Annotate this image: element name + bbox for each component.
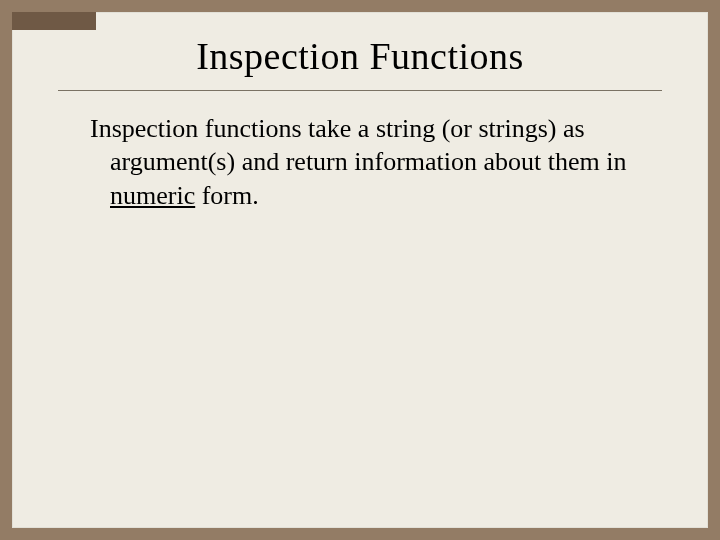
- body-text-underlined: numeric: [110, 181, 195, 210]
- slide: Inspection Functions Inspection function…: [12, 12, 708, 528]
- slide-title: Inspection Functions: [12, 34, 708, 78]
- slide-body: Inspection functions take a string (or s…: [90, 112, 650, 212]
- accent-bar: [12, 12, 96, 30]
- title-divider: [58, 90, 662, 91]
- body-paragraph: Inspection functions take a string (or s…: [90, 112, 650, 212]
- body-text-post: form.: [195, 181, 259, 210]
- body-text-pre: Inspection functions take a string (or s…: [90, 114, 627, 176]
